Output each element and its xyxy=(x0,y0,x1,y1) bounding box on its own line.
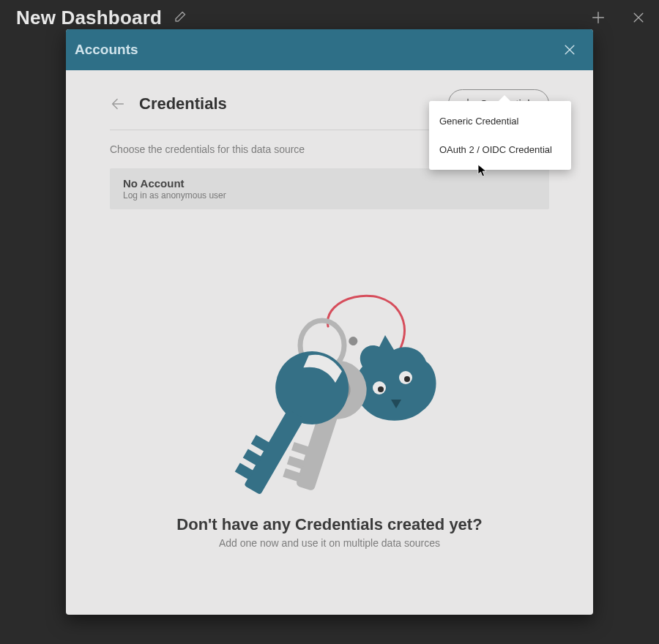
empty-state: Don't have any Credentials created yet? … xyxy=(110,268,549,549)
close-icon[interactable] xyxy=(631,10,646,25)
credentials-dropdown: Generic Credential OAuth 2 / OIDC Creden… xyxy=(429,101,571,170)
back-arrow-icon[interactable] xyxy=(110,96,126,112)
account-card-subtitle: Log in as anonymous user xyxy=(123,190,536,201)
svg-rect-18 xyxy=(283,468,301,482)
svg-point-20 xyxy=(262,338,362,438)
svg-rect-16 xyxy=(291,442,310,455)
dropdown-item-oauth[interactable]: OAuth 2 / OIDC Credential xyxy=(429,135,571,164)
page-header-actions xyxy=(590,10,646,26)
credentials-heading-area: Credentials xyxy=(110,94,227,113)
empty-state-heading: Don't have any Credentials created yet? xyxy=(176,515,482,534)
dropdown-item-generic[interactable]: Generic Credential xyxy=(429,107,571,135)
empty-state-subtitle: Add one now and use it on multiple data … xyxy=(219,537,440,549)
plus-icon[interactable] xyxy=(590,10,606,26)
mouse-cursor-icon xyxy=(477,164,488,180)
svg-rect-17 xyxy=(287,456,305,469)
credentials-heading: Credentials xyxy=(139,94,227,113)
pencil-icon[interactable] xyxy=(172,10,187,25)
close-icon[interactable] xyxy=(562,42,577,57)
svg-point-12 xyxy=(378,386,384,392)
account-card-title: No Account xyxy=(123,177,536,190)
page-title: New Dashboard xyxy=(16,7,162,29)
modal-header: Accounts xyxy=(66,29,593,70)
page-title-area: New Dashboard xyxy=(16,7,187,29)
page-background: New Dashboard Accounts xyxy=(0,0,659,644)
modal-title: Accounts xyxy=(75,42,138,58)
svg-point-10 xyxy=(404,376,410,382)
keys-illustration-icon xyxy=(212,268,447,505)
